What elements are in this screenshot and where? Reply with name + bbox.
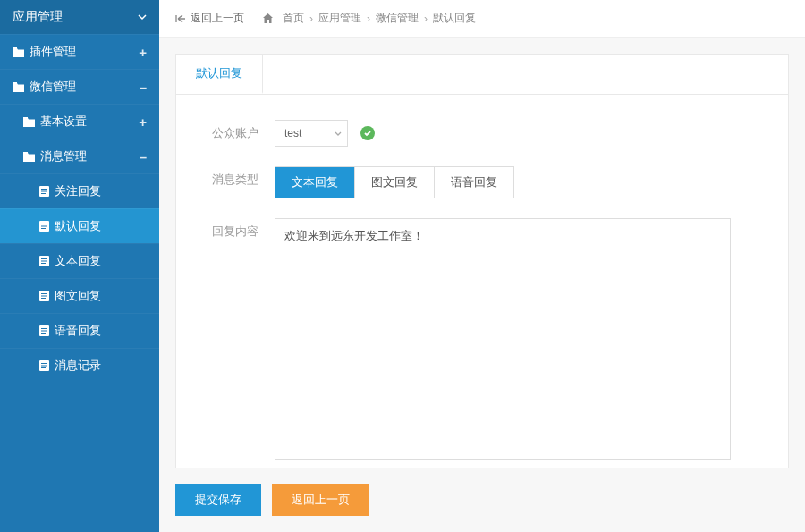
doc-icon: [39, 256, 49, 266]
home-icon[interactable]: [262, 13, 274, 24]
expand-icon: –: [140, 149, 147, 165]
crumb-0[interactable]: 首页: [283, 11, 304, 26]
svg-rect-10: [41, 261, 47, 262]
content-panel: 默认回复 公众账户 test: [175, 54, 789, 468]
sidebar-item-1[interactable]: 微信管理–: [0, 69, 159, 104]
label-msgtype: 消息类型: [212, 166, 275, 188]
doc-icon: [39, 221, 49, 232]
msgtype-option-0[interactable]: 文本回复: [275, 167, 355, 198]
crumb-3[interactable]: 默认回复: [433, 11, 476, 26]
doc-icon: [39, 186, 49, 197]
main-area: 返回上一页 首页›应用管理›微信管理›默认回复 默认回复 公众账户: [159, 0, 805, 532]
svg-rect-7: [41, 228, 46, 229]
msgtype-option-1[interactable]: 图文回复: [355, 167, 435, 198]
sidebar-item-9[interactable]: 消息记录: [0, 348, 159, 383]
sidebar-item-6[interactable]: 文本回复: [0, 243, 159, 278]
sidebar-item-3[interactable]: 消息管理–: [0, 139, 159, 173]
sidebar-item-5[interactable]: 默认回复: [0, 208, 159, 243]
topbar: 返回上一页 首页›应用管理›微信管理›默认回复: [159, 0, 805, 38]
sidebar-item-label: 关注回复: [55, 183, 101, 199]
msgtype-group: 文本回复图文回复语音回复: [275, 166, 514, 198]
crumb-separator: ›: [367, 13, 370, 25]
svg-rect-23: [41, 367, 46, 368]
sidebar-item-label: 默认回复: [55, 218, 101, 234]
crumb-2[interactable]: 微信管理: [376, 11, 419, 26]
sidebar-item-label: 微信管理: [30, 79, 76, 95]
label-content: 回复内容: [212, 218, 275, 240]
expand-icon: –: [140, 80, 147, 95]
check-icon: [360, 126, 375, 140]
back-icon: [175, 13, 186, 24]
folder-icon: [23, 152, 35, 162]
svg-rect-2: [41, 191, 47, 192]
breadcrumb: 首页›应用管理›微信管理›默认回复: [283, 11, 476, 26]
svg-rect-13: [41, 293, 47, 294]
sidebar-item-label: 消息记录: [55, 358, 101, 374]
svg-rect-22: [41, 366, 47, 367]
doc-icon: [39, 291, 49, 301]
msgtype-option-2[interactable]: 语音回复: [435, 167, 513, 198]
submit-button[interactable]: 提交保存: [175, 484, 261, 516]
svg-rect-18: [41, 331, 47, 332]
svg-rect-21: [41, 363, 47, 364]
sidebar: 应用管理 插件管理+微信管理–基本设置+消息管理–关注回复默认回复文本回复图文回…: [0, 0, 159, 532]
sidebar-item-label: 文本回复: [55, 253, 101, 269]
svg-rect-3: [41, 193, 46, 194]
expand-icon: +: [139, 45, 147, 60]
folder-icon: [13, 82, 24, 92]
footer-buttons: 提交保存 返回上一页: [159, 468, 805, 532]
tabbar: 默认回复: [176, 55, 788, 95]
account-select[interactable]: test: [275, 120, 348, 147]
doc-icon: [39, 360, 49, 371]
sidebar-header-label: 应用管理: [13, 9, 63, 25]
sidebar-item-8[interactable]: 语音回复: [0, 313, 159, 348]
sidebar-item-7[interactable]: 图文回复: [0, 278, 159, 313]
sidebar-item-label: 图文回复: [55, 288, 101, 304]
form: 公众账户 test: [176, 95, 788, 468]
chevron-down-icon: [138, 13, 147, 21]
sidebar-item-label: 语音回复: [55, 323, 101, 339]
sidebar-item-4[interactable]: 关注回复: [0, 173, 159, 208]
back-button[interactable]: 返回上一页: [272, 484, 369, 516]
svg-rect-9: [41, 258, 47, 259]
expand-icon: +: [139, 114, 147, 130]
doc-icon: [39, 325, 49, 336]
crumb-separator: ›: [309, 13, 313, 25]
content-textarea[interactable]: [275, 218, 731, 460]
svg-rect-19: [41, 333, 46, 334]
crumb-separator: ›: [424, 13, 428, 25]
svg-rect-6: [41, 226, 47, 227]
back-link[interactable]: 返回上一页: [175, 11, 244, 26]
svg-rect-5: [41, 224, 47, 224]
folder-icon: [13, 47, 24, 57]
svg-rect-15: [41, 298, 46, 299]
tab-default-reply[interactable]: 默认回复: [176, 55, 263, 94]
folder-icon: [23, 117, 35, 127]
svg-rect-1: [41, 189, 47, 190]
sidebar-header[interactable]: 应用管理: [0, 0, 159, 34]
crumb-1[interactable]: 应用管理: [318, 11, 361, 26]
back-label: 返回上一页: [191, 11, 244, 26]
sidebar-item-0[interactable]: 插件管理+: [0, 34, 159, 69]
sidebar-item-label: 基本设置: [40, 114, 87, 130]
sidebar-item-2[interactable]: 基本设置+: [0, 104, 159, 139]
label-account: 公众账户: [212, 120, 275, 141]
svg-rect-14: [41, 296, 47, 297]
sidebar-item-label: 消息管理: [40, 148, 87, 165]
svg-rect-17: [41, 328, 47, 329]
svg-rect-11: [41, 263, 46, 264]
sidebar-item-label: 插件管理: [30, 44, 76, 60]
